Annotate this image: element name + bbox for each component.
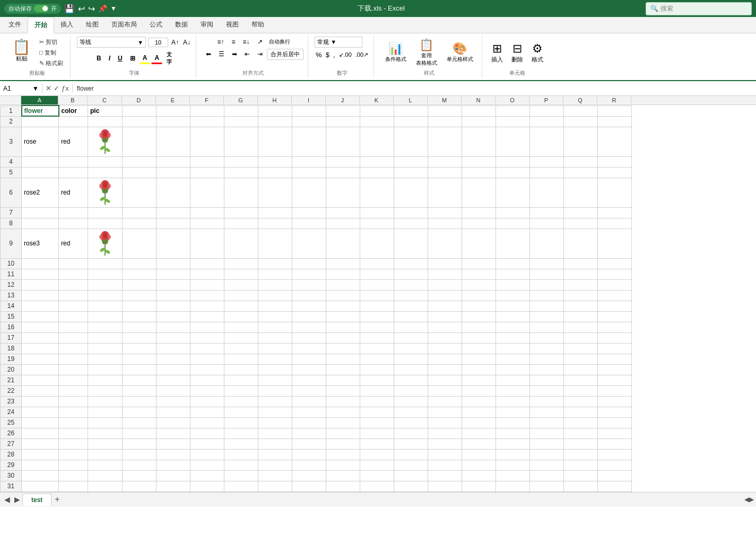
cell-A25[interactable] [22,417,59,428]
cell-E17[interactable] [157,332,190,343]
cell-Q11[interactable] [564,269,598,279]
cell-D1[interactable] [123,106,157,116]
cell-I13[interactable] [292,290,326,301]
cell-K15[interactable] [360,311,394,322]
row-num-20[interactable]: 20 [1,364,22,375]
row-num-15[interactable]: 15 [1,311,22,322]
cell-K21[interactable] [360,375,394,385]
cell-E9[interactable] [157,229,190,258]
cell-R20[interactable] [598,364,632,375]
cell-A24[interactable] [22,407,59,417]
cell-O21[interactable] [496,375,530,385]
cell-A3[interactable]: rose [22,127,59,156]
cell-A21[interactable] [22,375,59,385]
cell-M21[interactable] [428,375,462,385]
cell-H7[interactable] [258,207,292,218]
cell-Q4[interactable] [564,156,598,167]
cell-L23[interactable] [394,396,428,407]
cell-E19[interactable] [157,354,190,364]
cell-J14[interactable] [326,301,360,311]
cell-N11[interactable] [462,269,496,279]
tab-draw[interactable]: 绘图 [80,17,105,33]
tab-formulas[interactable]: 公式 [143,17,169,33]
row-num-3[interactable]: 3 [1,127,22,156]
cell-F19[interactable] [190,354,224,364]
cell-I2[interactable] [292,116,326,127]
row-num-12[interactable]: 12 [1,279,22,290]
row-num-24[interactable]: 24 [1,407,22,417]
cell-E21[interactable] [157,375,190,385]
cell-R25[interactable] [598,417,632,428]
cell-L25[interactable] [394,417,428,428]
scroll-left-icon[interactable]: ◀ [744,496,749,503]
cell-R6[interactable] [598,178,632,207]
cell-J9[interactable] [326,229,360,258]
col-header-g[interactable]: G [224,96,258,104]
cell-P5[interactable] [530,167,564,178]
cell-M30[interactable] [428,470,462,481]
cell-I25[interactable] [292,417,326,428]
cell-H11[interactable] [258,269,292,279]
cell-A18[interactable] [22,343,59,354]
cell-G10[interactable] [224,258,258,269]
col-header-j[interactable]: J [326,96,360,104]
cell-L7[interactable] [394,207,428,218]
cell-E4[interactable] [157,156,190,167]
cell-P30[interactable] [530,470,564,481]
cell-D15[interactable] [123,311,157,322]
cell-Q25[interactable] [564,417,598,428]
cell-Q29[interactable] [564,460,598,470]
cell-F30[interactable] [190,470,224,481]
cell-E12[interactable] [157,279,190,290]
cell-G26[interactable] [224,428,258,438]
cell-D9[interactable] [123,229,157,258]
tab-review[interactable]: 审阅 [194,17,220,33]
cell-O20[interactable] [496,364,530,375]
cell-G4[interactable] [224,156,258,167]
cell-Q10[interactable] [564,258,598,269]
sheet-tab-test[interactable]: test [22,494,51,506]
cell-N23[interactable] [462,396,496,407]
delete-button[interactable]: ⊟ 删除 [509,40,526,65]
cell-G20[interactable] [224,364,258,375]
cell-O10[interactable] [496,258,530,269]
cell-L6[interactable] [394,178,428,207]
cell-E1[interactable] [157,106,190,116]
cell-A20[interactable] [22,364,59,375]
cell-C31[interactable] [88,481,123,491]
cell-P6[interactable] [530,178,564,207]
cell-G17[interactable] [224,332,258,343]
cell-R9[interactable] [598,229,632,258]
cell-F22[interactable] [190,385,224,396]
cell-D16[interactable] [123,322,157,332]
cell-A10[interactable] [22,258,59,269]
cell-J18[interactable] [326,343,360,354]
cell-G19[interactable] [224,354,258,364]
cell-I7[interactable] [292,207,326,218]
wrap-text-button[interactable]: 自动换行 [267,37,292,47]
cell-I17[interactable] [292,332,326,343]
row-num-16[interactable]: 16 [1,322,22,332]
cell-G16[interactable] [224,322,258,332]
cell-D26[interactable] [123,428,157,438]
pin-icon[interactable]: 📌 [98,4,107,13]
col-header-f[interactable]: F [190,96,224,104]
cell-J1[interactable] [326,106,360,116]
cell-H2[interactable] [258,116,292,127]
cell-D28[interactable] [123,449,157,460]
merge-button[interactable]: 合并后居中 [267,49,303,60]
cell-H23[interactable] [258,396,292,407]
cell-Q13[interactable] [564,290,598,301]
cell-F10[interactable] [190,258,224,269]
cell-N17[interactable] [462,332,496,343]
cell-A26[interactable] [22,428,59,438]
row-num-4[interactable]: 4 [1,156,22,167]
cell-R4[interactable] [598,156,632,167]
cell-N12[interactable] [462,279,496,290]
cell-O14[interactable] [496,301,530,311]
formula-input[interactable]: flower [73,84,756,93]
cell-R30[interactable] [598,470,632,481]
align-top-button[interactable]: ≡↑ [214,37,228,47]
col-header-q[interactable]: Q [563,96,597,104]
cell-N18[interactable] [462,343,496,354]
